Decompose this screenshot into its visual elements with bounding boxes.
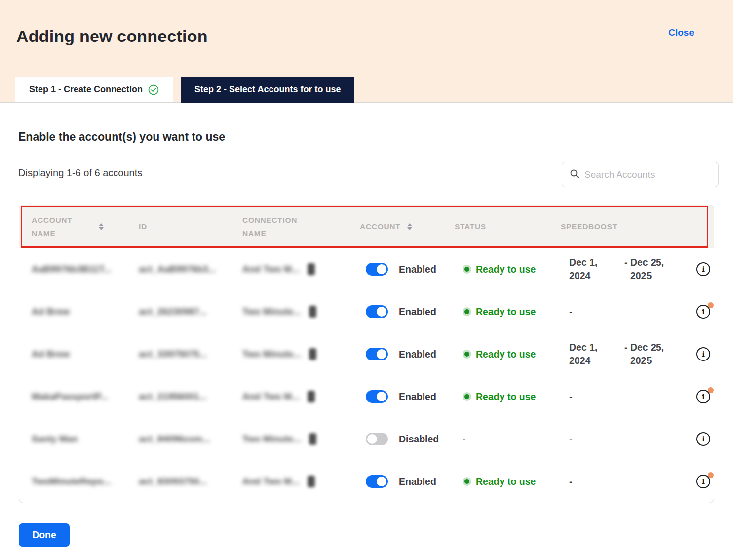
status-empty-dash: -	[455, 434, 561, 445]
copy-icon-blurred[interactable]	[308, 391, 315, 402]
speedboost-empty-dash: -	[561, 306, 679, 318]
row-info-button[interactable]: i	[696, 475, 710, 488]
status-ready: Ready to use	[455, 349, 561, 360]
connection-name-cell: And Two M...	[242, 476, 360, 487]
table-row: Ad Brew act_26230987... Two Minute... En…	[19, 290, 714, 333]
status-ready: Ready to use	[455, 264, 561, 275]
status-ready: Ready to use	[455, 306, 561, 318]
status-cell: Ready to use	[455, 264, 561, 275]
status-cell: Ready to use	[455, 476, 561, 487]
status-label: Ready to use	[476, 306, 536, 318]
account-name-cell-blurred: AaB9976b3B11T...	[32, 264, 139, 275]
speedboost-start-date: Dec 1, 2024	[569, 256, 606, 283]
account-toggle-label: Enabled	[399, 391, 436, 402]
sort-icon[interactable]	[99, 223, 104, 230]
notification-dot-icon	[708, 302, 714, 308]
account-toggle-cell: Enabled	[360, 390, 455, 403]
connection-name-cell: Two Minute...	[242, 348, 360, 360]
search-icon	[570, 169, 579, 181]
status-ready: Ready to use	[455, 476, 561, 487]
connection-name-cell: Two Minute...	[242, 306, 360, 318]
id-cell-blurred: act_26230987...	[139, 306, 242, 317]
tab-step2-label: Step 2 - Select Accounts for to use	[194, 84, 341, 95]
status-label: Ready to use	[476, 264, 536, 275]
connection-name-blurred: And Two M...	[242, 476, 300, 487]
copy-icon-blurred[interactable]	[309, 306, 316, 318]
id-cell-blurred: act_84096xxm...	[139, 434, 242, 444]
copy-icon-blurred[interactable]	[309, 348, 316, 360]
column-header-account-name[interactable]: ACCOUNT NAME	[32, 213, 139, 240]
column-header-speedboost: SPEEDBOOST	[561, 220, 679, 233]
account-toggle-label: Enabled	[399, 306, 436, 318]
speedboost-cell: Dec 1, 2024 - Dec 25, 2025	[561, 341, 679, 368]
account-toggle[interactable]	[366, 263, 388, 276]
done-button[interactable]: Done	[19, 523, 70, 547]
account-toggle[interactable]	[366, 433, 388, 445]
table-row: Sanly Man act_84096xxm... Two Minute... …	[19, 418, 714, 460]
speedboost-empty-dash: -	[561, 434, 679, 445]
page-title: Adding new connection	[16, 27, 208, 46]
status-cell: Ready to use	[455, 391, 561, 402]
search-accounts-input[interactable]	[584, 169, 711, 180]
table-row: MakaPassportP... act_21956001... And Two…	[19, 375, 714, 418]
copy-icon-blurred[interactable]	[309, 433, 316, 445]
search-accounts-box[interactable]	[562, 162, 719, 187]
accounts-table: ACCOUNT NAME ID CONNECTION NAME ACCOUNT …	[19, 205, 714, 503]
connection-name-cell: Two Minute...	[242, 433, 360, 445]
account-toggle-label: Enabled	[399, 264, 436, 275]
account-name-cell-blurred: Ad Brew	[32, 349, 139, 360]
account-toggle[interactable]	[366, 348, 388, 360]
status-label: Ready to use	[476, 476, 536, 487]
adding-new-connection-modal: Adding new connection Close Step 1 - Cre…	[0, 0, 733, 560]
account-toggle[interactable]	[366, 305, 388, 318]
close-link[interactable]: Close	[668, 27, 694, 38]
step-complete-check-icon	[148, 84, 159, 95]
status-label: Ready to use	[476, 349, 536, 360]
status-ready-dot-icon	[463, 392, 471, 401]
account-toggle[interactable]	[366, 475, 388, 488]
table-row: Ad Brew act_33975075... Two Minute... En…	[19, 333, 714, 375]
column-header-id: ID	[139, 220, 242, 233]
section-heading: Enable the account(s) you want to use	[18, 130, 225, 144]
connection-name-blurred: And Two M...	[242, 264, 300, 275]
column-header-account[interactable]: ACCOUNT	[360, 220, 455, 233]
speedboost-cell: Dec 1, 2024 - Dec 25, 2025	[561, 256, 679, 283]
speedboost-cell: - -	[561, 476, 679, 487]
column-header-status: STATUS	[455, 220, 561, 233]
speedboost-end-date: - Dec 25, 2025	[624, 256, 674, 283]
account-toggle-cell: Enabled	[360, 305, 455, 318]
column-header-connection-name: CONNECTION NAME	[242, 213, 360, 240]
id-cell-blurred: act_AaB9976b3...	[139, 264, 242, 275]
table-header-row: ACCOUNT NAME ID CONNECTION NAME ACCOUNT …	[19, 205, 714, 248]
account-toggle[interactable]	[366, 390, 388, 403]
speedboost-end-date: - Dec 25, 2025	[624, 341, 674, 368]
row-info-button[interactable]: i	[696, 347, 710, 361]
row-info-button[interactable]: i	[696, 262, 710, 276]
copy-icon-blurred[interactable]	[308, 476, 315, 487]
connection-name-blurred: Two Minute...	[242, 306, 301, 317]
tab-step1-create-connection[interactable]: Step 1 - Create Connection	[15, 77, 173, 103]
id-cell-blurred: act_33975075...	[139, 349, 242, 360]
tab-step2-select-accounts[interactable]: Step 2 - Select Accounts for to use	[181, 77, 354, 103]
info-icon: i	[696, 432, 710, 446]
speedboost-cell: - -	[561, 434, 679, 445]
speedboost-dates: Dec 1, 2024 - Dec 25, 2025	[561, 256, 679, 283]
copy-icon-blurred[interactable]	[308, 263, 315, 275]
row-info-button[interactable]: i	[696, 305, 710, 319]
row-info-button[interactable]: i	[696, 390, 710, 403]
speedboost-empty-dash: -	[561, 476, 679, 487]
connection-name-cell: And Two M...	[242, 391, 360, 402]
connection-name-blurred: And Two M...	[242, 391, 300, 402]
account-toggle-cell: Enabled	[360, 475, 455, 488]
status-cell: -	[455, 434, 561, 445]
speedboost-start-date: Dec 1, 2024	[569, 341, 606, 368]
sort-icon[interactable]	[407, 223, 412, 230]
connection-name-blurred: Two Minute...	[242, 349, 301, 360]
speedboost-dates: Dec 1, 2024 - Dec 25, 2025	[561, 341, 679, 368]
row-info-button[interactable]: i	[696, 432, 710, 446]
display-count: Displaying 1-6 of 6 accounts	[18, 167, 142, 179]
step-tabs: Step 1 - Create Connection Step 2 - Sele…	[15, 77, 354, 103]
account-name-cell-blurred: Sanly Man	[32, 434, 139, 444]
speedboost-empty-dash: -	[561, 391, 679, 402]
account-toggle-label: Enabled	[399, 349, 436, 360]
